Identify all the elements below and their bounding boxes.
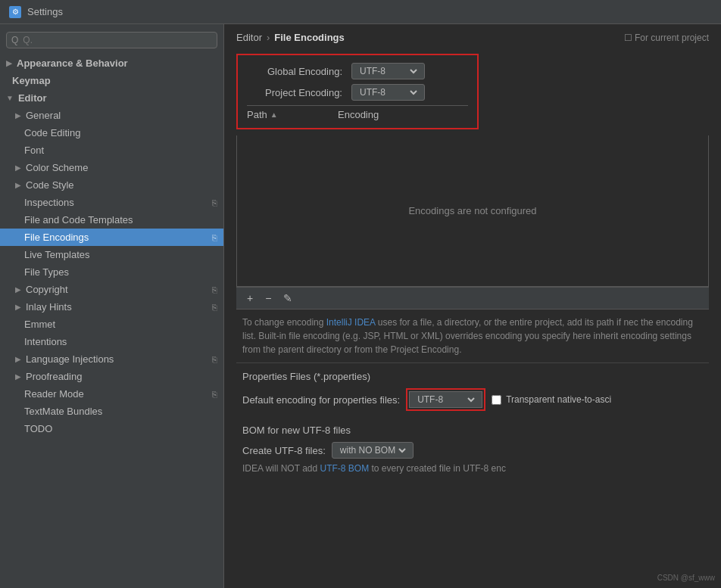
properties-encoding-label: Default encoding for properties files: [242, 394, 400, 406]
settings-icon: ⎘ [212, 198, 217, 207]
copy-icon: ⎘ [212, 355, 217, 364]
sidebar: Q ▶ Appearance & Behavior Keymap ▼ Edito… [0, 24, 224, 588]
sidebar-item-label: File and Code Templates [24, 214, 133, 226]
edit-path-button[interactable]: ✎ [279, 291, 297, 306]
breadcrumb: Editor › File Encodings ☐ For current pr… [224, 24, 721, 48]
intellij-link: IntelliJ IDEA [326, 317, 376, 328]
project-encoding-row: Project Encoding: UTF-8 UTF-16 ISO-8859-… [247, 84, 468, 101]
copy-icon: ⎘ [212, 285, 217, 294]
bom-create-dropdown[interactable]: with NO BOM with BOM [337, 444, 408, 456]
project-encoding-dropdown[interactable]: UTF-8 UTF-16 ISO-8859-1 [357, 86, 420, 98]
sidebar-item-textmate-bundles[interactable]: TextMate Bundles [0, 403, 223, 420]
sidebar-item-label: TextMate Bundles [24, 406, 102, 417]
chevron-right-icon: ▶ [15, 355, 21, 363]
title-bar: ⚙ Settings [0, 0, 721, 24]
table-toolbar: + − ✎ [236, 287, 709, 310]
sidebar-item-code-editing[interactable]: Code Editing [0, 124, 223, 142]
sidebar-item-file-code-templates[interactable]: File and Code Templates [0, 211, 223, 229]
sidebar-item-label: Code Style [26, 179, 74, 191]
sidebar-item-label: Color Scheme [26, 162, 88, 173]
bom-create-row: Create UTF-8 files: with NO BOM with BOM [242, 442, 703, 459]
bom-create-label: Create UTF-8 files: [242, 445, 326, 456]
watermark: CSDN @sf_www [657, 574, 715, 582]
remove-path-button[interactable]: − [261, 291, 276, 306]
properties-section: Properties Files (*.properties) Default … [236, 363, 709, 422]
chevron-right-icon: ▶ [15, 181, 21, 189]
sidebar-item-general[interactable]: ▶ General [0, 107, 223, 124]
encoding-col-header: Encoding [332, 109, 468, 120]
sidebar-item-todo[interactable]: TODO [0, 420, 223, 437]
global-encoding-dropdown[interactable]: UTF-8 UTF-16 ISO-8859-1 [357, 65, 420, 77]
copy-icon: ⎘ [212, 303, 217, 312]
add-path-button[interactable]: + [242, 291, 258, 306]
breadcrumb-separator: › [267, 32, 270, 43]
bom-section-title: BOM for new UTF-8 files [242, 425, 703, 436]
sidebar-item-label: Editor [18, 92, 47, 104]
sidebar-item-label: Keymap [12, 75, 51, 86]
path-table-body: Encodings are not configured [236, 135, 709, 287]
sidebar-item-keymap[interactable]: Keymap [0, 72, 223, 89]
sidebar-item-label: Code Editing [24, 127, 80, 138]
sidebar-item-live-templates[interactable]: Live Templates [0, 246, 223, 263]
search-box[interactable]: Q [6, 32, 217, 48]
copy-icon: ⎘ [212, 390, 217, 399]
project-link[interactable]: ☐ For current project [624, 33, 709, 43]
copy-icon: ⎘ [212, 233, 217, 242]
properties-encoding-select[interactable]: UTF-8 UTF-16 ISO-8859-1 [409, 391, 482, 408]
breadcrumb-current: File Encodings [274, 32, 344, 43]
chevron-right-icon: ▶ [15, 111, 21, 120]
search-icon: Q [11, 35, 18, 45]
sidebar-item-label: Intentions [24, 336, 67, 347]
sidebar-item-copyright[interactable]: ▶ Copyright ⎘ [0, 281, 223, 298]
bom-hint: IDEA will NOT add UTF-8 BOM to every cre… [242, 463, 703, 474]
sidebar-item-code-style[interactable]: ▶ Code Style [0, 176, 223, 194]
sidebar-item-label: File Types [24, 266, 69, 278]
sidebar-item-inspections[interactable]: Inspections ⎘ [0, 194, 223, 211]
project-encoding-select[interactable]: UTF-8 UTF-16 ISO-8859-1 [351, 84, 425, 101]
empty-message: Encodings are not configured [408, 205, 536, 216]
chevron-right-icon: ▶ [15, 303, 21, 311]
bom-create-select[interactable]: with NO BOM with BOM [332, 442, 414, 459]
sidebar-item-file-types[interactable]: File Types [0, 263, 223, 281]
bom-link: UTF-8 BOM [320, 463, 369, 474]
bom-section: BOM for new UTF-8 files Create UTF-8 fil… [236, 422, 709, 478]
chevron-right-icon: ▶ [6, 59, 12, 67]
sidebar-item-emmet[interactable]: Emmet [0, 316, 223, 333]
global-encoding-row: Global Encoding: UTF-8 UTF-16 ISO-8859-1 [247, 63, 468, 79]
sidebar-item-label: Emmet [24, 319, 55, 330]
transparent-checkbox-row: Transparent native-to-asci [492, 394, 611, 405]
sidebar-item-file-encodings[interactable]: File Encodings ⎘ [0, 229, 223, 246]
global-encoding-select[interactable]: UTF-8 UTF-16 ISO-8859-1 [351, 63, 425, 79]
properties-encoding-select-box: UTF-8 UTF-16 ISO-8859-1 [406, 388, 485, 411]
sidebar-item-label: Live Templates [24, 249, 89, 260]
sidebar-item-color-scheme[interactable]: ▶ Color Scheme [0, 159, 223, 176]
properties-encoding-row: Default encoding for properties files: U… [242, 388, 703, 411]
app-icon: ⚙ [9, 6, 21, 18]
sidebar-item-proofreading[interactable]: ▶ Proofreading [0, 368, 223, 385]
sidebar-item-label: Language Injections [26, 353, 114, 365]
breadcrumb-parent: Editor [236, 32, 262, 43]
sidebar-item-label: Inspections [24, 197, 74, 208]
sidebar-item-intentions[interactable]: Intentions [0, 333, 223, 350]
sidebar-item-label: Inlay Hints [26, 301, 72, 313]
path-header-row: Path ▲ Encoding [247, 105, 468, 120]
content-area: Global Encoding: UTF-8 UTF-16 ISO-8859-1… [224, 48, 721, 588]
sidebar-item-editor[interactable]: ▼ Editor [0, 89, 223, 107]
sidebar-item-label: Proofreading [26, 371, 82, 382]
chevron-right-icon: ▶ [15, 285, 21, 294]
chevron-down-icon: ▼ [6, 94, 14, 102]
transparent-checkbox[interactable] [492, 395, 501, 405]
sidebar-item-inlay-hints[interactable]: ▶ Inlay Hints ⎘ [0, 298, 223, 316]
search-input[interactable] [23, 35, 212, 45]
window-title: Settings [27, 6, 63, 17]
hint-text: To change encoding IntelliJ IDEA uses fo… [236, 310, 709, 363]
sidebar-item-font[interactable]: Font [0, 142, 223, 159]
sidebar-item-appearance[interactable]: ▶ Appearance & Behavior [0, 54, 223, 72]
sidebar-item-reader-mode[interactable]: Reader Mode ⎘ [0, 385, 223, 403]
sort-asc-icon[interactable]: ▲ [270, 110, 278, 119]
sidebar-item-label: TODO [24, 423, 52, 434]
sidebar-item-language-injections[interactable]: ▶ Language Injections ⎘ [0, 350, 223, 368]
chevron-right-icon: ▶ [15, 163, 21, 172]
properties-encoding-dropdown[interactable]: UTF-8 UTF-16 ISO-8859-1 [414, 394, 477, 406]
properties-section-title: Properties Files (*.properties) [242, 371, 703, 382]
